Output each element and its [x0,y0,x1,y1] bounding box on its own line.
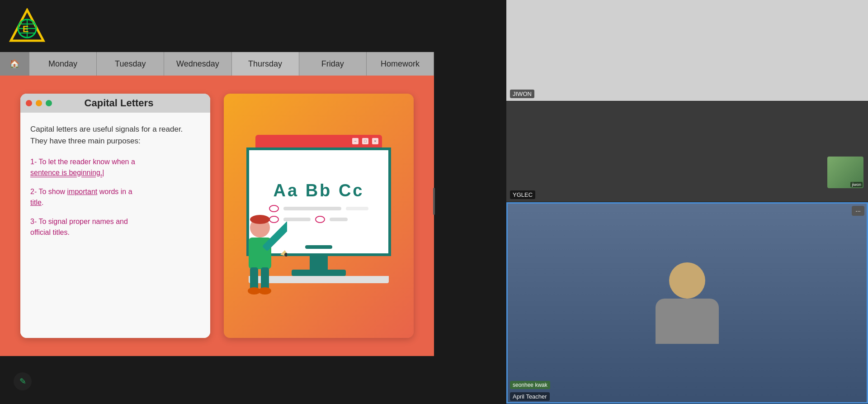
seonhee-kwak-label: seonhee kwak [510,381,550,389]
underline-text-title: title [30,199,42,206]
svg-rect-10 [250,267,258,290]
teacher-body [656,299,719,344]
person-figure [233,214,287,306]
pencil-icon: ✎ [19,376,26,386]
more-options-button[interactable]: ··· [852,206,864,216]
svg-point-17 [259,287,271,295]
teacher-figure [656,262,719,344]
underline-text-2: important [67,188,98,195]
teacher-video-feed [506,202,868,404]
nav-tabs: 🏠 Monday Tuesday Wednesday Thursday Frid… [0,52,434,76]
main-content-area: E 🏠 Monday Tuesday Wednesday Thursday Fr… [0,0,506,404]
dot-yellow [36,100,42,106]
participant-april: ··· seonhee kwak April Teacher [506,202,868,404]
tab-tuesday[interactable]: Tuesday [97,52,164,76]
yglec-thumbnail: jiwon [827,157,863,188]
line-bar-1 [283,207,341,210]
teacher-head [669,262,705,299]
line-bar-4 [330,218,348,221]
april-teacher-label: April Teacher [510,392,550,401]
oval-3 [315,216,325,223]
illustration-card: − □ × Aa Bb Cc [224,94,414,338]
window-titlebar: − □ × [255,135,382,147]
card-title: Capital Letters [56,97,182,109]
monitor-bottom-indicator [305,245,332,249]
tab-friday-label: Friday [321,59,344,69]
participant-jiwon: JIWON [506,0,868,101]
tab-monday-label: Monday [48,59,77,69]
card-body: Capital letters are useful signals for a… [20,113,210,338]
monitor-stand [310,256,328,270]
svg-point-16 [248,287,260,295]
oval-1 [269,205,279,212]
thumbnail-sublabel: jiwon [850,182,863,187]
tab-homework[interactable]: Homework [367,52,434,76]
line-bar-3 [283,218,311,221]
home-icon: 🏠 [9,59,19,69]
tab-friday[interactable]: Friday [299,52,367,76]
svg-rect-11 [261,267,269,290]
logo: E [9,8,45,44]
yglec-label: YGLEC [510,190,535,199]
tab-home[interactable]: 🏠 [0,52,29,76]
tab-thursday[interactable]: Thursday [232,52,299,76]
svg-point-8 [250,215,270,224]
tab-thursday-label: Thursday [248,59,282,69]
tab-wednesday[interactable]: Wednesday [164,52,231,76]
top-bar: E [0,0,434,52]
screen-line-1 [269,205,368,212]
card-point-3: 3- To signal proper names and official t… [30,216,200,238]
abc-display: Aa Bb Cc [274,181,364,200]
participant-yglec: jiwon YGLEC [506,101,868,203]
win-minimize: − [352,138,359,144]
svg-text:E: E [23,24,28,34]
lesson-content: Capital Letters Capital letters are usef… [0,76,434,356]
card-intro: Capital letters are useful signals for a… [30,124,200,147]
tab-monday[interactable]: Monday [29,52,97,76]
tab-homework-label: Homework [381,59,420,69]
underline-text-1: sentence is beginning. [30,169,102,176]
win-maximize: □ [362,138,368,144]
card-point-2: 2- To show important words in a title. [30,186,200,208]
monitor-base [292,270,346,276]
tab-wednesday-label: Wednesday [176,59,219,69]
capital-letters-card: Capital Letters Capital letters are usef… [20,94,210,338]
scrollbar[interactable] [433,188,435,215]
edit-button[interactable]: ✎ [14,372,32,390]
dot-green [46,100,52,106]
jiwon-label: JIWON [510,90,534,98]
line-bar-2 [346,207,368,210]
video-panel: JIWON jiwon YGLEC ··· seonhee kwak April… [506,0,868,404]
win-close: × [372,138,378,144]
dot-red [26,100,32,106]
tab-tuesday-label: Tuesday [115,59,146,69]
card-point-1: 1- To let the reader know when a sentenc… [30,157,200,178]
card-titlebar: Capital Letters [20,94,210,113]
